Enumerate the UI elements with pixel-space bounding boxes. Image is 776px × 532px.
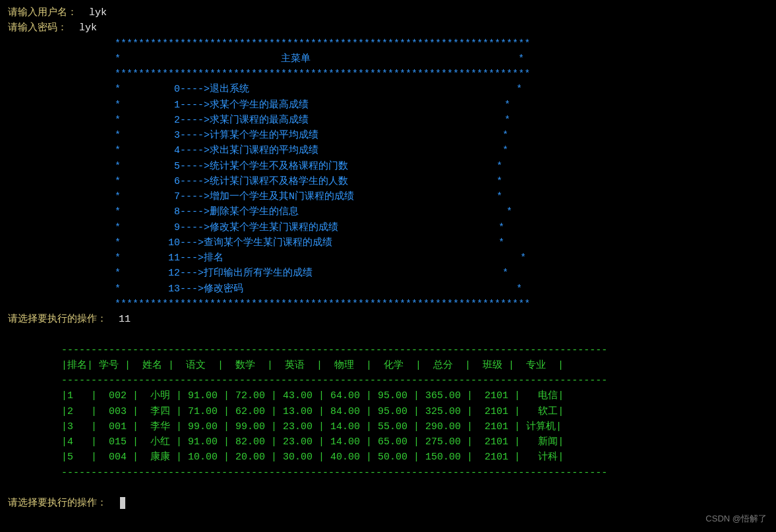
main-menu: ****************************************… (8, 36, 768, 312)
action-prompt-1: 请选择要执行的操作： (8, 314, 107, 325)
login-username-line: 请输入用户名： lyk (8, 5, 768, 20)
cursor-icon (120, 497, 125, 509)
username-value: lyk (89, 7, 107, 18)
login-password-line: 请输入密码： lyk (8, 20, 768, 36)
action-prompt-line-1: 请选择要执行的操作： 11 (8, 312, 768, 327)
watermark: CSDN @悟解了 (705, 512, 767, 525)
blank-line (8, 327, 768, 342)
blank-line-2 (8, 481, 768, 496)
password-prompt: 请输入密码： (8, 22, 67, 34)
action-prompt-2: 请选择要执行的操作： (8, 498, 107, 509)
username-prompt: 请输入用户名： (8, 7, 77, 18)
action-prompt-line-2[interactable]: 请选择要执行的操作： (8, 496, 768, 511)
action-value: 11 (119, 314, 131, 325)
password-value: lyk (79, 22, 97, 34)
ranking-table: ----------------------------------------… (8, 343, 768, 481)
